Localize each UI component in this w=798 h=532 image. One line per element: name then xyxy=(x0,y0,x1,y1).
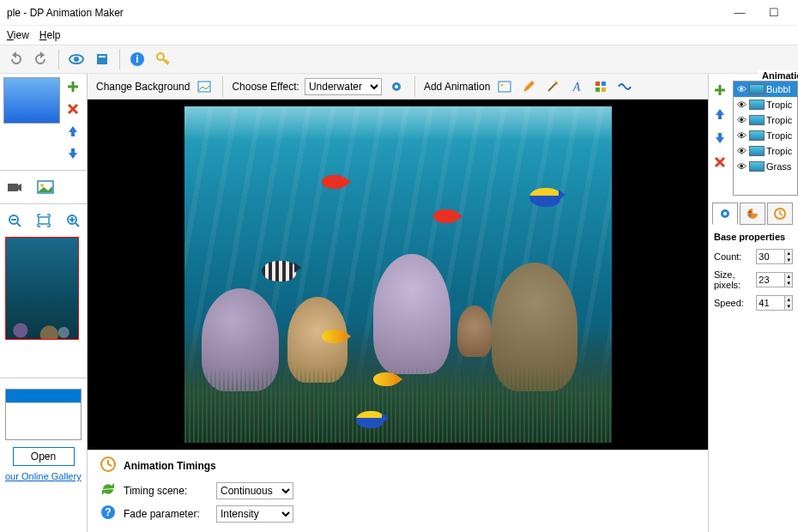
svg-point-28 xyxy=(749,211,752,214)
svg-rect-7 xyxy=(8,184,18,191)
camera-icon[interactable] xyxy=(5,178,24,196)
effect-settings-icon[interactable] xyxy=(387,77,406,96)
separator xyxy=(58,49,59,70)
svg-rect-19 xyxy=(595,82,600,86)
maximize-button[interactable]: ☐ xyxy=(757,3,791,22)
fade-param-select[interactable]: Intensity xyxy=(216,505,293,523)
pen-icon[interactable] xyxy=(519,77,538,96)
anim-item[interactable]: 👁Grass xyxy=(734,159,797,174)
minimize-button[interactable]: — xyxy=(722,3,757,22)
size-input[interactable] xyxy=(756,272,785,287)
canvas[interactable] xyxy=(88,100,708,450)
svg-point-15 xyxy=(395,85,398,88)
scene-thumb[interactable] xyxy=(3,77,60,124)
speed-label: Speed: xyxy=(714,298,756,308)
eye-icon[interactable]: 👁 xyxy=(735,84,747,94)
separator xyxy=(414,76,415,97)
book-icon[interactable] xyxy=(90,47,114,71)
anim-up-icon[interactable] xyxy=(710,105,729,124)
anim-down-icon[interactable] xyxy=(710,129,729,148)
anim-item[interactable]: 👁Tropic xyxy=(734,112,797,128)
center-panel: Change Background Choose Effect: Underwa… xyxy=(88,74,708,532)
anim-item[interactable]: 👁Tropic xyxy=(734,128,797,143)
menu-view[interactable]: View xyxy=(7,29,29,41)
eye-icon[interactable]: 👁 xyxy=(735,161,747,172)
grid-icon[interactable] xyxy=(591,77,610,96)
count-input[interactable] xyxy=(756,249,785,264)
add-scene-icon[interactable] xyxy=(63,77,82,96)
eye-icon[interactable]: 👁 xyxy=(735,146,747,156)
info-icon[interactable]: i xyxy=(125,47,149,71)
anim-item[interactable]: 👁Tropic xyxy=(734,97,797,112)
separator xyxy=(222,76,223,97)
redo-icon[interactable] xyxy=(29,47,53,71)
choose-effect-label: Choose Effect: xyxy=(232,81,299,93)
preview-thumbnail[interactable] xyxy=(5,237,79,340)
effect-select[interactable]: Underwater xyxy=(305,78,382,95)
speed-input[interactable] xyxy=(756,295,785,311)
canvas-toolbar: Change Background Choose Effect: Underwa… xyxy=(88,74,708,100)
anim-label: Grass xyxy=(766,161,791,172)
file-browser[interactable] xyxy=(5,389,82,440)
size-label: Size, pixels: xyxy=(714,269,756,290)
count-spinner[interactable]: ▲▼ xyxy=(785,249,793,264)
svg-rect-3 xyxy=(99,56,106,57)
preview-icon[interactable] xyxy=(64,47,88,71)
eye-icon[interactable]: 👁 xyxy=(735,130,747,141)
separator xyxy=(0,378,87,378)
help-icon: ? xyxy=(100,504,117,523)
anim-swatch xyxy=(749,100,765,110)
move-down-icon[interactable] xyxy=(63,144,82,163)
move-up-icon[interactable] xyxy=(63,122,82,141)
zoom-in-icon[interactable] xyxy=(63,211,82,230)
change-bg-icon[interactable] xyxy=(195,77,214,96)
picture-icon[interactable] xyxy=(36,178,55,196)
svg-point-6 xyxy=(157,53,164,60)
svg-rect-11 xyxy=(39,217,49,224)
online-gallery-link[interactable]: our Online Gallery xyxy=(5,469,82,483)
anim-item[interactable]: 👁Bubbl xyxy=(734,82,797,97)
anim-label: Tropic xyxy=(766,146,792,156)
svg-rect-22 xyxy=(602,88,606,92)
wave-icon[interactable] xyxy=(615,77,634,96)
separator xyxy=(0,203,87,204)
anim-item[interactable]: 👁Tropic xyxy=(734,143,797,159)
zoom-fit-icon[interactable] xyxy=(34,211,53,230)
count-label: Count: xyxy=(714,251,756,262)
key-icon[interactable] xyxy=(151,47,175,71)
anim-swatch xyxy=(749,146,765,156)
titlebar: ple - DP Animation Maker — ☐ xyxy=(0,0,798,26)
svg-rect-2 xyxy=(97,54,107,64)
timing-scene-label: Timing scene: xyxy=(124,485,209,497)
add-anim-icon[interactable] xyxy=(710,81,729,100)
window-title: ple - DP Animation Maker xyxy=(7,7,722,19)
svg-text:A: A xyxy=(572,81,581,94)
svg-rect-21 xyxy=(595,88,600,92)
main-toolbar: i xyxy=(0,45,798,74)
timings-header: Animation Timings xyxy=(124,460,216,472)
add-image-icon[interactable] xyxy=(495,77,514,96)
eye-icon[interactable]: 👁 xyxy=(735,100,747,110)
size-spinner[interactable]: ▲▼ xyxy=(785,272,793,287)
props-tab-gear[interactable] xyxy=(712,203,738,225)
zoom-out-icon[interactable] xyxy=(5,211,24,230)
props-tab-palette[interactable] xyxy=(740,203,765,225)
animations-section-label: Animations xyxy=(759,70,798,81)
delete-anim-icon[interactable] xyxy=(710,153,729,172)
wand-icon[interactable] xyxy=(543,77,562,96)
open-button[interactable]: Open xyxy=(13,447,75,466)
menu-help[interactable]: Help xyxy=(39,29,61,41)
base-props-label: Base properties xyxy=(714,232,793,242)
svg-text:?: ? xyxy=(105,506,111,518)
text-icon[interactable]: A xyxy=(567,77,586,96)
props-tab-timing[interactable] xyxy=(767,203,793,225)
timing-scene-select[interactable]: Continuous xyxy=(216,482,293,499)
anim-label: Tropic xyxy=(766,115,792,125)
separator xyxy=(119,49,120,70)
speed-spinner[interactable]: ▲▼ xyxy=(785,295,793,311)
eye-icon[interactable]: 👁 xyxy=(735,115,747,125)
undo-icon[interactable] xyxy=(3,47,27,71)
animations-list[interactable]: 👁Bubbl👁Tropic👁Tropic👁Tropic👁Tropic👁Grass xyxy=(733,81,798,196)
anim-swatch xyxy=(749,161,765,172)
delete-scene-icon[interactable] xyxy=(63,100,82,118)
